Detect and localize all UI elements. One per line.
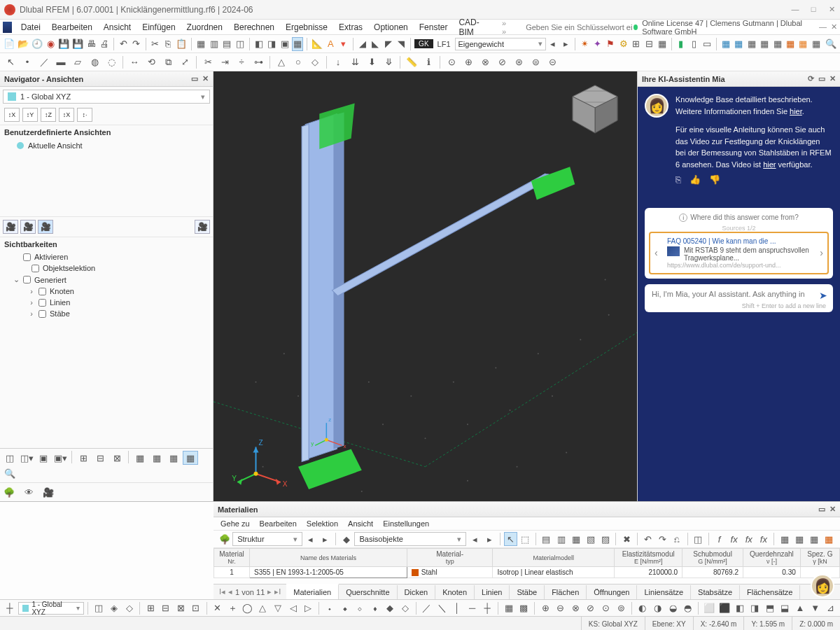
bt-30-icon[interactable]: ⊗	[568, 601, 582, 615]
bt-43-icon[interactable]: ⬓	[778, 601, 792, 615]
view-a-icon[interactable]: ◢	[357, 37, 368, 51]
menu-ergebnisse[interactable]: Ergebnisse	[281, 21, 332, 34]
axis-iso-button[interactable]: ↕X	[59, 108, 74, 122]
save-icon[interactable]: 💾	[57, 37, 70, 51]
copy-response-icon[interactable]: ⎘	[676, 173, 681, 187]
menu-datei[interactable]: Datei	[16, 21, 46, 34]
bt-45-icon[interactable]: ▼	[808, 601, 822, 615]
objsel-checkbox[interactable]	[31, 265, 39, 272]
source-prev-icon[interactable]: ‹	[654, 247, 658, 258]
minimize-button[interactable]: —	[791, 5, 799, 14]
bt-46-icon[interactable]: ⊿	[823, 601, 837, 615]
bt-44-icon[interactable]: ▲	[793, 601, 807, 615]
help-icon[interactable]: 🔍	[825, 37, 837, 51]
tab-flaechen[interactable]: Flächen	[545, 585, 587, 599]
table-row[interactable]: 1 S355 | EN 1993-1-1:2005-05 Stahl Isotr…	[214, 567, 840, 578]
mat-tree-icon[interactable]: 🌳	[218, 532, 231, 546]
navbt-6-icon[interactable]: ⊟	[92, 451, 108, 465]
navbt-3-icon[interactable]: ▣	[36, 451, 51, 465]
trim-icon[interactable]: ✂	[200, 55, 216, 69]
rotate-icon[interactable]: ⟲	[144, 55, 159, 69]
navbt-4-icon[interactable]: ▣▾	[52, 451, 68, 465]
layer2-icon[interactable]: ◨	[266, 37, 277, 51]
page-first-icon[interactable]: I◂	[219, 587, 225, 596]
mesh6-icon[interactable]: ▦	[785, 37, 796, 51]
mat-del-icon[interactable]: ✖	[620, 532, 633, 546]
like-response-icon[interactable]: 👍	[690, 173, 701, 187]
tab-knoten[interactable]: Knoten	[435, 585, 475, 599]
saveall-icon[interactable]: 🖶	[85, 37, 97, 51]
load1-icon[interactable]: ↓	[330, 55, 346, 69]
bt-14-icon[interactable]: ▷	[302, 601, 316, 615]
snap3-icon[interactable]: ⊗	[477, 55, 493, 69]
loadcase-combo[interactable]: Eigengewicht▾	[455, 38, 546, 50]
bt-18-icon[interactable]: ⬧	[368, 601, 382, 615]
nav-close-icon[interactable]: ✕	[202, 74, 209, 83]
text-icon[interactable]: A	[325, 37, 336, 51]
bt-38-icon[interactable]: ⬜	[702, 601, 716, 615]
bottom-cs-combo[interactable]: 1 - Global XYZ▾	[18, 602, 85, 615]
mia-link-1[interactable]: hier	[790, 107, 802, 115]
divide-icon[interactable]: ÷	[234, 55, 249, 69]
snap1-icon[interactable]: ⊙	[444, 55, 459, 69]
bt-17-icon[interactable]: ⬦	[353, 601, 367, 615]
mat-win-icon[interactable]: ◫	[692, 532, 705, 546]
mia-close-icon[interactable]: ✕	[830, 74, 836, 83]
bt-20-icon[interactable]: ◇	[398, 601, 412, 615]
tab-liniensaetze[interactable]: Liniensätze	[637, 585, 691, 599]
mat-menu-selektion[interactable]: Selektion	[307, 519, 338, 528]
grid2-icon[interactable]: ▥	[209, 37, 220, 51]
bt-9-icon[interactable]: ＋	[225, 601, 239, 615]
camera2-button[interactable]: 🎥	[20, 220, 36, 234]
tab-materialien[interactable]: Materialien	[286, 584, 339, 599]
navbt-5-icon[interactable]: ⊞	[76, 451, 91, 465]
undo-icon[interactable]: ↶	[118, 37, 129, 51]
mat-obj-icon[interactable]: ◆	[340, 532, 353, 546]
mat-prev-icon[interactable]: ◂	[304, 532, 317, 546]
mia-send-icon[interactable]: ➤	[819, 290, 827, 301]
bt-36-icon[interactable]: ◒	[666, 601, 680, 615]
bt-40-icon[interactable]: ◧	[733, 601, 747, 615]
solid-icon[interactable]: ◍	[87, 55, 102, 69]
release-icon[interactable]: ◇	[307, 55, 323, 69]
bt-31-icon[interactable]: ⊘	[584, 601, 598, 615]
menu-extras[interactable]: Extras	[334, 21, 368, 34]
expand-staebe-icon[interactable]: ›	[28, 309, 35, 318]
load3-icon[interactable]: ⬇	[364, 55, 379, 69]
view-c-icon[interactable]: ◤	[383, 37, 394, 51]
mat-row2-icon[interactable]: ▥	[554, 532, 568, 546]
menu-ansicht[interactable]: Ansicht	[99, 21, 136, 34]
mat-e3-icon[interactable]: ▦	[808, 532, 821, 546]
knoten-checkbox[interactable]	[38, 288, 46, 295]
mat-menu-bearbeiten[interactable]: Bearbeiten	[260, 519, 297, 528]
dim-icon[interactable]: 📐	[311, 37, 323, 51]
bt-24-icon[interactable]: ─	[465, 601, 479, 615]
bt-34-icon[interactable]: ◐	[636, 601, 650, 615]
bt-16-icon[interactable]: ⬥	[338, 601, 352, 615]
bt-10-icon[interactable]: ◯	[241, 601, 255, 615]
axis-z-button[interactable]: ↕Z	[41, 108, 56, 122]
navbt-1-icon[interactable]: ◫	[2, 451, 18, 465]
viewport-3d[interactable]: X Y Z x y z	[214, 71, 637, 501]
mat-prev2-icon[interactable]: ◂	[468, 532, 481, 546]
bt-cs-icon[interactable]: ┼	[3, 601, 17, 615]
info-icon[interactable]: ℹ	[421, 55, 436, 69]
mia-refresh-icon[interactable]: ⟳	[808, 74, 814, 83]
mat-fx3-icon[interactable]: fx	[742, 532, 755, 546]
bt-27-icon[interactable]: ▩	[517, 601, 531, 615]
print-icon[interactable]: 🖨	[99, 37, 110, 51]
menu-zuordnen[interactable]: Zuordnen	[182, 21, 227, 34]
mat-next-icon[interactable]: ▸	[318, 532, 332, 546]
source-next-icon[interactable]: ›	[820, 247, 823, 258]
navbt-10-icon[interactable]: ▦	[166, 451, 181, 465]
render3-icon[interactable]: ▭	[701, 37, 713, 51]
bt-4-icon[interactable]: ⊞	[144, 601, 158, 615]
load4-icon[interactable]: ⤋	[381, 55, 396, 69]
menu-fenster[interactable]: Fenster	[414, 21, 453, 34]
bt-32-icon[interactable]: ⊙	[599, 601, 613, 615]
menu-cadbim[interactable]: CAD-BIM	[454, 16, 491, 38]
mat-menu-ansicht[interactable]: Ansicht	[348, 519, 373, 528]
paste-icon[interactable]: 📋	[175, 37, 188, 51]
bt-2-icon[interactable]: ◈	[107, 601, 121, 615]
line-icon[interactable]: ／	[36, 55, 52, 69]
